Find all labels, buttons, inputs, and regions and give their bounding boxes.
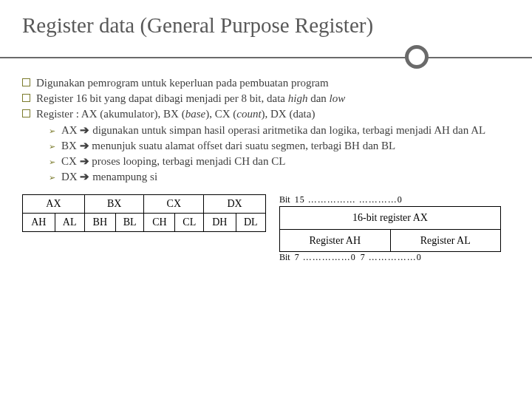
table-row: Register AH Register AL	[280, 229, 501, 252]
bullet-text: Digunakan pemrogram untuk keperluan pada…	[36, 76, 329, 90]
bullet-text: Register : AX (akumulator), BX (base), C…	[36, 107, 315, 121]
table-row: AHAL BHBL CHCL DHDL	[23, 214, 266, 232]
table-row: 16-bit register AX	[280, 206, 501, 229]
arrow-right-icon: ➔	[80, 140, 89, 151]
list-item: ➢ BX ➔ menunjuk suatu alamat offset dari…	[49, 139, 510, 153]
list-item: ➢ AX ➔ digunakan untuk simpan hasil oper…	[49, 123, 510, 137]
table-row: AX BX CX DX	[23, 195, 266, 214]
arrow-right-icon: ➔	[80, 155, 89, 167]
arrow-right-icon: ➔	[80, 171, 89, 183]
sub-text: AX ➔ digunakan untuk simpan hasil operas…	[61, 123, 485, 137]
sub-text: DX ➔ menampung si	[61, 170, 157, 184]
square-bullet-icon	[22, 94, 30, 102]
page-title: Register data (General Purpose Register)	[22, 13, 510, 38]
sub-text: BX ➔ menunjuk suatu alamat offset dari s…	[61, 139, 395, 153]
decorative-circle	[405, 45, 429, 69]
bullet-text: Register 16 bit yang dapat dibagi menjad…	[36, 92, 345, 106]
chevron-right-icon: ➢	[49, 126, 55, 137]
chevron-right-icon: ➢	[49, 141, 55, 153]
square-bullet-icon	[22, 78, 30, 86]
chevron-right-icon: ➢	[49, 157, 55, 168]
sub-list: ➢ AX ➔ digunakan untuk simpan hasil oper…	[49, 123, 510, 185]
bit-label-bottom: Bit 7 ……………0 7 ……………0	[279, 252, 501, 263]
register-table: AX BX CX DX AHAL BHBL CHCL DHDL	[22, 194, 266, 232]
list-item: Digunakan pemrogram untuk keperluan pada…	[22, 76, 510, 90]
list-item: Register 16 bit yang dapat dibagi menjad…	[22, 92, 510, 106]
register-ax-figure: Bit 15 …………… …………0 16-bit register AX Re…	[279, 194, 501, 264]
square-bullet-icon	[22, 109, 30, 117]
arrow-right-icon: ➔	[80, 124, 89, 136]
bit-label-top: Bit 15 …………… …………0	[279, 194, 501, 205]
list-item: ➢ CX ➔ proses looping, terbagi menjadi C…	[49, 154, 510, 168]
sub-text: CX ➔ proses looping, terbagi menjadi CH …	[61, 154, 285, 168]
chevron-right-icon: ➢	[49, 172, 55, 184]
list-item: Register : AX (akumulator), BX (base), C…	[22, 107, 510, 121]
content-body: Digunakan pemrogram untuk keperluan pada…	[22, 76, 510, 264]
title-rule	[22, 44, 510, 70]
list-item: ➢ DX ➔ menampung si	[49, 170, 510, 184]
